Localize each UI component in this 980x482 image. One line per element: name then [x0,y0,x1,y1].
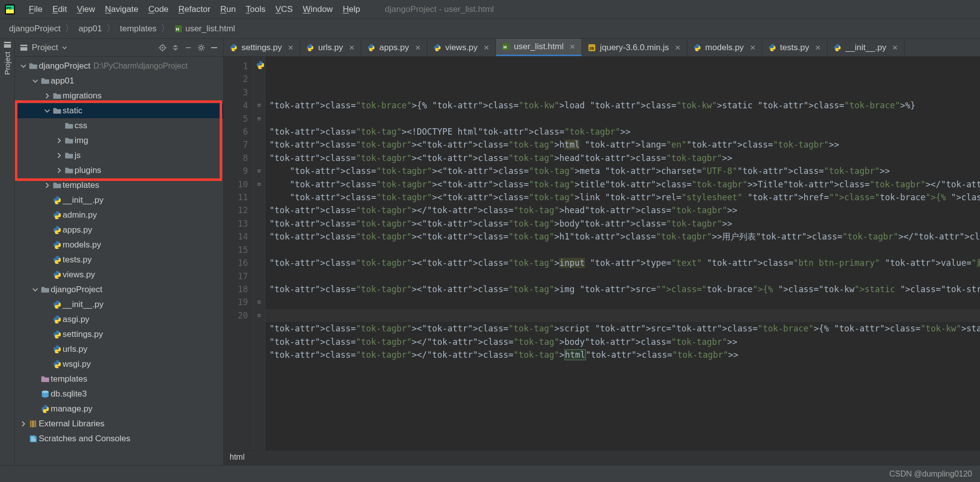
code-line[interactable]: "tok-attr">class="tok-tagbr"><"tok-attr"… [269,256,980,269]
tree-node-tests-py[interactable]: tests.py [15,252,223,267]
tree-node-models-py[interactable]: models.py [15,238,223,252]
collapse-all-icon[interactable] [183,44,193,52]
menu-file[interactable]: File [24,2,47,16]
fold-marker[interactable] [253,243,265,256]
line-number[interactable]: 9 [224,164,248,177]
code-line[interactable]: "tok-attr">class="tok-tagbr"><"tok-attr"… [269,152,980,164]
fold-marker[interactable] [253,138,265,151]
locate-icon[interactable] [158,44,167,52]
line-number[interactable]: 20 [224,309,248,322]
breadcrumb-item[interactable]: app01 [76,23,105,35]
line-number-gutter[interactable]: 1234567891011121314151617181920 [224,57,253,450]
tab-tests-py[interactable]: tests.py✕ [762,39,828,56]
fold-marker[interactable]: ⊡ [253,309,265,322]
close-icon[interactable]: ✕ [892,44,898,52]
fold-marker[interactable] [253,125,265,138]
line-number[interactable]: 8 [224,152,248,164]
fold-marker[interactable] [253,152,265,164]
fold-marker[interactable]: ⊟ [253,112,265,125]
chevron-icon[interactable] [55,138,64,144]
hide-icon[interactable] [209,44,219,52]
fold-marker[interactable] [253,270,265,283]
chevron-icon[interactable] [19,421,28,427]
breadcrumb-item[interactable]: Huser_list.html [171,23,238,35]
code-line[interactable]: "tok-attr">class="tok-tagbr"><"tok-attr"… [269,138,980,151]
line-number[interactable]: 3 [224,86,248,99]
code-line[interactable] [269,112,980,125]
menu-edit[interactable]: Edit [47,2,72,16]
code-editor[interactable]: "tok-attr">class="tok-brace">{% "tok-att… [265,57,980,450]
expand-all-icon[interactable] [170,44,180,52]
code-line[interactable]: "tok-attr">class="tok-tagbr"></"tok-attr… [269,204,980,217]
line-number[interactable]: 2 [224,73,248,85]
close-icon[interactable]: ✕ [675,44,681,52]
project-tree[interactable]: djangoProjectD:\PyCharm\djangoProjectapp… [15,57,223,465]
line-number[interactable]: 12 [224,204,248,217]
fold-marker[interactable]: ⊟ [253,178,265,191]
tree-node-templates[interactable]: templates [15,372,223,387]
code-line[interactable]: "tok-attr">class="tok-tagbr"><"tok-attr"… [269,217,980,230]
close-icon[interactable]: ✕ [415,44,421,52]
tree-node-db-sqlite3[interactable]: db.sqlite3 [15,387,223,402]
code-line[interactable]: "tok-attr">class="tok-tagbr"><"tok-attr"… [269,164,980,177]
menu-vcs[interactable]: VCS [270,2,298,16]
fold-marker[interactable] [253,256,265,269]
chevron-icon[interactable] [43,108,52,114]
line-number[interactable]: 14 [224,230,248,243]
code-line[interactable]: "tok-attr">class="tok-brace">{% "tok-att… [269,99,980,112]
tree-node-external-libraries[interactable]: External Libraries [15,416,223,431]
chevron-icon[interactable] [55,153,64,159]
project-panel-title[interactable]: Project [32,43,155,53]
tree-node-manage-py[interactable]: manage.py [15,402,223,416]
tree-node-scratches-and-consoles[interactable]: Scratches and Consoles [15,431,223,446]
line-number[interactable]: 7 [224,138,248,151]
tree-node-admin-py[interactable]: admin.py [15,208,223,223]
menu-run[interactable]: Run [215,2,241,16]
tab-apps-py[interactable]: apps.py✕ [361,39,427,56]
tree-node-app01[interactable]: app01 [15,74,223,88]
tree-node-js[interactable]: js [15,148,223,163]
fold-marker[interactable]: ⊡ [253,296,265,309]
close-icon[interactable]: ✕ [349,44,355,52]
tree-node-__init__-py[interactable]: __init__.py [15,297,223,312]
editor-breadcrumb[interactable]: html [224,450,980,465]
menu-help[interactable]: Help [338,2,365,16]
close-icon[interactable]: ✕ [288,44,294,52]
tree-node-templates[interactable]: templates [15,178,223,193]
breadcrumb-item[interactable]: templates [117,23,160,35]
line-number[interactable]: 11 [224,191,248,204]
code-line[interactable]: "tok-attr">class="tok-tag"><!DOCTYPE htm… [269,125,980,138]
code-line[interactable] [269,243,980,256]
code-line[interactable]: "tok-attr">class="tok-tagbr"></"tok-attr… [269,348,980,361]
tree-node-__init__-py[interactable]: __init__.py [15,193,223,208]
chevron-icon[interactable] [19,63,28,69]
code-line[interactable]: "tok-attr">class="tok-tagbr"><"tok-attr"… [269,191,980,204]
tab-settings-py[interactable]: settings.py✕ [224,39,300,56]
tree-node-plugins[interactable]: plugins [15,163,223,178]
close-icon[interactable]: ✕ [815,44,821,52]
tree-node-asgi-py[interactable]: asgi.py [15,312,223,327]
gear-icon[interactable] [196,44,206,52]
tab-jquery-3-6-0-min-js[interactable]: JSjquery-3.6.0.min.js✕ [582,39,687,56]
line-number[interactable]: 5 [224,112,248,125]
tree-node-views-py[interactable]: views.py [15,267,223,282]
tree-node-wsgi-py[interactable]: wsgi.py [15,357,223,372]
fold-marker[interactable]: ⊡ [253,164,265,177]
menu-navigate[interactable]: Navigate [100,2,143,16]
menu-window[interactable]: Window [298,2,337,16]
line-number[interactable]: 10 [224,178,248,191]
chevron-icon[interactable] [55,167,64,173]
line-number[interactable]: 15 [224,243,248,256]
line-number[interactable]: 13 [224,217,248,230]
fold-marker[interactable] [253,204,265,217]
fold-marker[interactable] [253,86,265,99]
fold-marker[interactable]: ⊟ [253,99,265,112]
menu-refactor[interactable]: Refactor [173,2,215,16]
line-number[interactable]: 16 [224,256,248,269]
tool-window-stripe[interactable]: Project [0,39,15,465]
tree-node-img[interactable]: img [15,133,223,148]
code-line[interactable]: "tok-attr">class="tok-tagbr"><"tok-attr"… [269,322,980,335]
code-line[interactable] [269,296,980,309]
menu-tools[interactable]: Tools [241,2,271,16]
code-line[interactable]: "tok-attr">class="tok-tagbr"><"tok-attr"… [269,230,980,243]
